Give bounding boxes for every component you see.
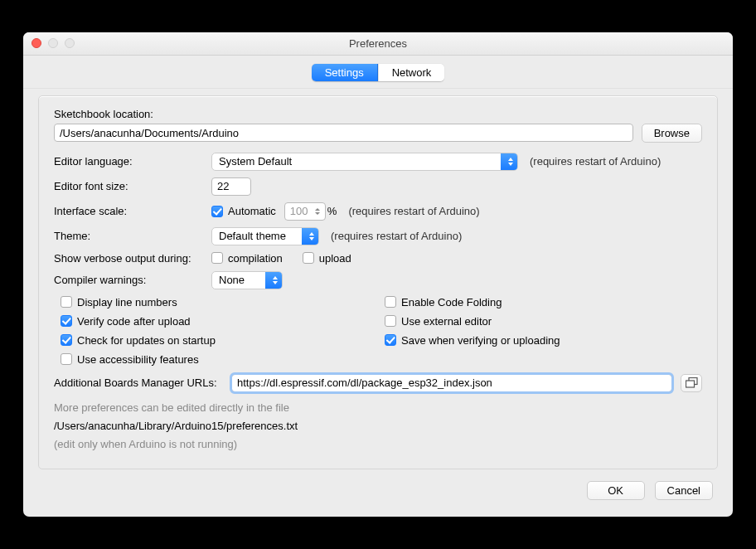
sketchbook-label: Sketchbook location: bbox=[54, 108, 153, 120]
scale-hint: (requires restart of Arduino) bbox=[348, 205, 479, 217]
prefs-file-path: /Users/anacunha/Library/Arduino15/prefer… bbox=[54, 417, 702, 435]
display-line-numbers-checkbox[interactable]: Display line numbers bbox=[61, 296, 378, 309]
window-stack-icon bbox=[686, 377, 698, 388]
window-title: Preferences bbox=[349, 37, 407, 50]
editor-language-hint: (requires restart of Arduino) bbox=[530, 155, 661, 168]
preferences-window: Preferences Settings Network Sketchbook … bbox=[23, 32, 733, 517]
scale-percent-stepper[interactable]: 100 bbox=[284, 202, 326, 221]
check-updates-checkbox[interactable]: Check for updates on startup bbox=[61, 334, 378, 347]
ok-button[interactable]: OK bbox=[587, 481, 645, 500]
zoom-icon bbox=[65, 38, 75, 48]
open-urls-dialog-button[interactable] bbox=[681, 374, 702, 392]
interface-scale-label: Interface scale: bbox=[54, 205, 211, 217]
accessibility-checkbox[interactable]: Use accessibility features bbox=[61, 353, 378, 366]
tabbar: Settings Network bbox=[23, 56, 733, 89]
stepper-arrows-icon bbox=[315, 203, 323, 220]
chevron-updown-icon bbox=[309, 232, 314, 240]
browse-button[interactable]: Browse bbox=[642, 124, 702, 143]
titlebar: Preferences bbox=[23, 32, 733, 56]
editor-language-value: System Default bbox=[219, 155, 292, 168]
percent-label: % bbox=[327, 205, 337, 217]
sketchbook-path-input[interactable] bbox=[54, 124, 633, 142]
tab-network[interactable]: Network bbox=[378, 64, 445, 81]
edit-only-hint: (edit only when Arduino is not running) bbox=[54, 435, 702, 454]
verbose-label: Show verbose output during: bbox=[54, 252, 211, 265]
theme-value: Default theme bbox=[219, 230, 286, 242]
automatic-checkbox[interactable]: Automatic bbox=[211, 205, 276, 217]
cancel-button[interactable]: Cancel bbox=[655, 481, 713, 500]
svg-rect-1 bbox=[686, 381, 694, 387]
save-when-verify-checkbox[interactable]: Save when verifying or uploading bbox=[385, 334, 702, 347]
compilation-checkbox[interactable]: compilation bbox=[211, 252, 283, 265]
more-prefs-hint: More preferences can be edited directly … bbox=[54, 399, 702, 417]
compiler-warnings-label: Compiler warnings: bbox=[54, 274, 211, 286]
verify-after-upload-checkbox[interactable]: Verify code after upload bbox=[61, 315, 378, 328]
editor-language-select[interactable]: System Default bbox=[211, 153, 518, 171]
compiler-warnings-select[interactable]: None bbox=[211, 271, 283, 289]
close-icon[interactable] bbox=[32, 38, 41, 48]
additional-urls-label: Additional Boards Manager URLs: bbox=[54, 377, 231, 389]
chevron-updown-icon bbox=[273, 276, 278, 284]
settings-panel: Sketchbook location: Browse Editor langu… bbox=[38, 95, 718, 469]
code-folding-checkbox[interactable]: Enable Code Folding bbox=[385, 296, 702, 309]
theme-select[interactable]: Default theme bbox=[211, 227, 319, 245]
editor-language-label: Editor language: bbox=[54, 155, 211, 168]
font-size-label: Editor font size: bbox=[54, 180, 211, 192]
tab-settings[interactable]: Settings bbox=[312, 64, 378, 81]
theme-hint: (requires restart of Arduino) bbox=[331, 230, 462, 242]
upload-checkbox[interactable]: upload bbox=[303, 252, 351, 265]
font-size-input[interactable] bbox=[211, 177, 251, 196]
external-editor-checkbox[interactable]: Use external editor bbox=[385, 315, 702, 328]
compiler-warnings-value: None bbox=[219, 274, 245, 286]
minimize-icon bbox=[48, 38, 58, 48]
theme-label: Theme: bbox=[54, 230, 211, 242]
window-controls bbox=[32, 38, 75, 48]
chevron-updown-icon bbox=[508, 158, 513, 166]
additional-urls-input[interactable] bbox=[231, 374, 672, 392]
